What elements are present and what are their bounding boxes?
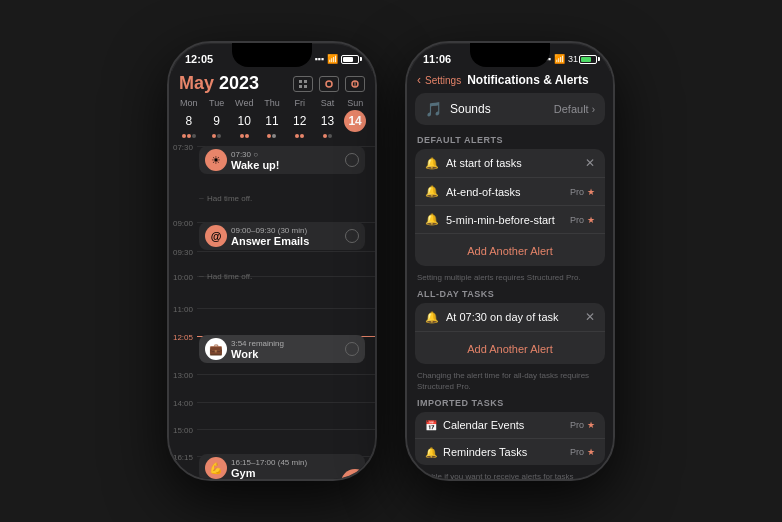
cal-header-icons[interactable] — [293, 76, 365, 92]
svg-rect-0 — [299, 80, 302, 83]
day-mon: Mon — [175, 98, 203, 108]
settings-back-label[interactable]: Settings — [425, 75, 461, 86]
sounds-row[interactable]: 🎵 Sounds Default › — [415, 93, 605, 125]
event-gym-name: Gym — [231, 467, 359, 479]
day-num-8: 8 — [178, 110, 200, 132]
event-wakeup-time: 07:30 ○ — [231, 150, 341, 159]
right-time: 11:06 — [423, 53, 451, 65]
alert-row-allday[interactable]: 🔔 At 07:30 on day of task ✕ — [415, 303, 605, 332]
had-time-off-2: ⏤ Had time off. — [199, 272, 252, 281]
time-label-1000: 10:00 — [169, 272, 197, 282]
cal-header: May 2023 — [169, 71, 375, 98]
default-alerts-hint: Setting multiple alerts requires Structu… — [415, 270, 605, 289]
add-alert-default[interactable]: Add Another Alert — [415, 234, 605, 266]
day-num-13: 13 — [316, 110, 338, 132]
day-cell-13[interactable]: 13 — [314, 110, 342, 139]
signal-icon: ▪▪▪ — [314, 54, 324, 64]
timeline: 07:30 09:00 09:30 10:00 — [169, 142, 375, 481]
dot — [328, 134, 332, 138]
settings-header: ‹ Settings Notifications & Alerts — [407, 71, 613, 93]
bell-icon-2: 🔔 — [425, 185, 439, 198]
day-num-11: 11 — [261, 110, 283, 132]
cal-today-icon[interactable] — [345, 76, 365, 92]
bell-icon-1: 🔔 — [425, 157, 439, 170]
alert-label-reminders: Reminders Tasks — [443, 446, 570, 458]
days-of-week-header: Mon Tue Wed Thu Fri Sat Sun — [169, 98, 375, 108]
pro-badge-rem: Pro — [570, 447, 584, 457]
day-cell-9[interactable]: 9 — [203, 110, 231, 139]
event-wakeup-info: 07:30 ○ Wake up! — [231, 150, 341, 171]
calendar-screen: May 2023 — [169, 71, 375, 481]
event-wakeup[interactable]: ☀ 07:30 ○ Wake up! — [199, 146, 365, 174]
alert-row-reminders[interactable]: 🔔 Reminders Tasks Pro ★ — [415, 439, 605, 465]
settings-screen: ‹ Settings Notifications & Alerts 🎵 Soun… — [407, 71, 613, 481]
time-label-1500: 15:00 — [169, 425, 197, 435]
remove-alert-start[interactable]: ✕ — [585, 156, 595, 170]
dot — [240, 134, 244, 138]
remove-alert-allday[interactable]: ✕ — [585, 310, 595, 324]
event-emails-time: 09:00–09:30 (30 min) — [231, 226, 341, 235]
dot — [272, 134, 276, 138]
sounds-chevron-icon: › — [592, 104, 595, 115]
dot — [212, 134, 216, 138]
cal-photo-icon[interactable] — [319, 76, 339, 92]
day-cell-12[interactable]: 12 — [286, 110, 314, 139]
time-off-icon-1: ⏤ — [199, 194, 204, 203]
dot — [245, 134, 249, 138]
star-icon-2: ★ — [587, 215, 595, 225]
day-wed: Wed — [230, 98, 258, 108]
reminders-icon: 🔔 — [425, 447, 437, 458]
alert-label-start: At start of tasks — [446, 157, 585, 169]
add-alert-allday-label: Add Another Alert — [467, 343, 553, 355]
alert-row-calendar-events[interactable]: 📅 Calendar Events Pro ★ — [415, 412, 605, 439]
event-wakeup-name: Wake up! — [231, 159, 341, 171]
star-icon-rem: ★ — [587, 447, 595, 457]
sounds-icon: 🎵 — [425, 101, 442, 117]
day-sun: Sun — [341, 98, 369, 108]
right-wifi-icon: 📶 — [554, 54, 565, 64]
day-cell-14[interactable]: 14 — [341, 110, 369, 139]
event-work[interactable]: 💼 3:54 remaining Work — [199, 335, 365, 363]
alert-row-5min-before[interactable]: 🔔 5-min-min-before-start Pro ★ — [415, 206, 605, 234]
alert-row-end-of-tasks[interactable]: 🔔 At-end-of-tasks Pro ★ — [415, 178, 605, 206]
alert-label-end: At-end-of-tasks — [446, 186, 570, 198]
alert-row-start-of-tasks[interactable]: 🔔 At start of tasks ✕ — [415, 149, 605, 178]
sounds-value: Default — [554, 103, 589, 115]
settings-content: 🎵 Sounds Default › DEFAULT ALERTS 🔔 At s… — [407, 93, 613, 481]
photo-icon — [324, 79, 334, 89]
event-emails[interactable]: @ 09:00–09:30 (30 min) Answer Emails — [199, 222, 365, 250]
right-battery-icon — [579, 55, 597, 64]
time-label-0730: 07:30 — [169, 142, 197, 152]
event-work-info: 3:54 remaining Work — [231, 339, 341, 360]
add-alert-allday[interactable]: Add Another Alert — [415, 332, 605, 364]
imported-hint: Enable if you want to receive alerts for… — [415, 469, 605, 481]
pro-badge-2: Pro — [570, 215, 584, 225]
day-cell-8[interactable]: 8 — [175, 110, 203, 139]
day-cell-10[interactable]: 10 — [230, 110, 258, 139]
event-gym-info: 16:15–17:00 (45 min) Gym — [231, 458, 359, 479]
time-off-label-1: Had time off. — [207, 194, 252, 203]
day-dots-10 — [240, 134, 249, 139]
day-cell-11[interactable]: 11 — [258, 110, 286, 139]
cal-view-toggle[interactable] — [293, 76, 313, 92]
calendar-events-icon: 📅 — [425, 420, 437, 431]
alert-label-5min: 5-min-min-before-start — [446, 214, 570, 226]
notifications-alerts-title: Notifications & Alerts — [467, 73, 589, 87]
back-arrow-icon[interactable]: ‹ — [417, 73, 421, 87]
event-emails-info: 09:00–09:30 (30 min) Answer Emails — [231, 226, 341, 247]
dot — [217, 134, 221, 138]
event-wakeup-icon: ☀ — [205, 149, 227, 171]
time-label-0930: 09:30 — [169, 247, 197, 257]
day-dots-8 — [182, 134, 196, 139]
bell-icon-allday: 🔔 — [425, 311, 439, 324]
event-gym[interactable]: 💪 16:15–17:00 (45 min) Gym — [199, 454, 365, 481]
wifi-icon: 📶 — [327, 54, 338, 64]
today-icon — [350, 79, 360, 89]
dot — [300, 134, 304, 138]
sounds-label: Sounds — [450, 102, 554, 116]
cal-year: 2023 — [219, 73, 259, 93]
right-notch — [470, 43, 550, 67]
dot — [187, 134, 191, 138]
battery-icon — [341, 55, 359, 64]
event-emails-icon: @ — [205, 225, 227, 247]
